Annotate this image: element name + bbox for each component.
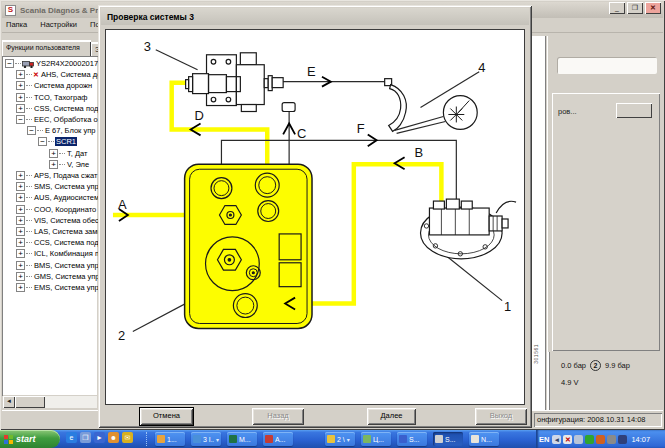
system-tree: −YS2R4X20002017016+✕AHS, Система доп+Сис… xyxy=(2,56,98,396)
collapse-minus-icon[interactable]: − xyxy=(16,115,25,124)
component-3-valve xyxy=(186,53,295,112)
hide-icons-chevron-icon[interactable]: ◂ xyxy=(552,435,561,444)
expand-plus-icon[interactable]: + xyxy=(49,149,58,158)
taskbar-task[interactable]: S... xyxy=(397,432,427,446)
messenger-icon[interactable]: ☻ xyxy=(108,432,119,443)
tree-item[interactable]: +CCS, Система под xyxy=(16,237,98,248)
tree-item[interactable]: +SMS, Система упр xyxy=(16,181,98,192)
tree-connector xyxy=(26,108,32,109)
collapse-minus-icon[interactable]: − xyxy=(38,137,47,146)
expand-plus-icon[interactable]: + xyxy=(16,171,25,180)
taskbar-task[interactable]: A... xyxy=(263,432,293,446)
tree-connector xyxy=(26,231,32,232)
menu-item[interactable]: Настройки xyxy=(40,20,77,31)
expand-plus-icon[interactable]: + xyxy=(16,205,25,214)
tree-item[interactable]: −YS2R4X20002017016 xyxy=(5,58,98,69)
antivirus-icon[interactable] xyxy=(585,435,594,444)
tree-item[interactable]: −EEC, Обработка о xyxy=(16,114,98,125)
expand-plus-icon[interactable]: + xyxy=(16,261,25,270)
tree-item-label: AHS, Система доп xyxy=(40,70,98,79)
expand-plus-icon[interactable]: + xyxy=(16,272,25,281)
cancel-button[interactable]: Отмена xyxy=(140,408,193,425)
taskbar-task[interactable]: 3 I...▾ xyxy=(191,432,221,446)
expand-plus-icon[interactable]: + xyxy=(49,160,58,169)
tree-item[interactable]: +APS, Подача сжат xyxy=(16,170,98,181)
expand-plus-icon[interactable]: + xyxy=(16,216,25,225)
tree-item[interactable]: +AUS, Аудиосистем xyxy=(16,192,98,203)
show-desktop-icon[interactable]: ❐ xyxy=(80,432,91,443)
tree-horizontal-scrollbar[interactable]: ◄ xyxy=(3,396,97,408)
taskbar-task[interactable]: N... xyxy=(469,432,499,446)
tree-item[interactable]: +GMS, Система упр xyxy=(16,271,98,282)
scroll-left-arrow-icon[interactable]: ◄ xyxy=(3,396,15,408)
back-button: Назад xyxy=(252,408,304,425)
scrollbar-thumb[interactable] xyxy=(15,396,45,408)
tree-item[interactable]: +COO, Координато xyxy=(16,204,97,215)
taskbar-task[interactable]: Ц... xyxy=(361,432,391,446)
vci-status-icon[interactable] xyxy=(596,435,605,444)
windows-flag-icon xyxy=(4,435,13,444)
tab-user-functions[interactable]: Функции пользователя xyxy=(2,40,91,56)
tree-item[interactable]: −E 67, Блок упр xyxy=(27,125,96,136)
expand-plus-icon[interactable]: + xyxy=(16,193,25,202)
expand-plus-icon[interactable]: + xyxy=(16,81,25,90)
tree-item-label: T, Дат xyxy=(66,149,88,158)
battery-icon[interactable] xyxy=(618,435,627,444)
configuration-status: онфигурация: 2008.10.31 14:08 xyxy=(534,413,662,427)
collapse-minus-icon[interactable]: − xyxy=(5,59,14,68)
taskbar-task[interactable]: M... xyxy=(227,432,257,446)
language-indicator[interactable]: EN xyxy=(539,435,549,444)
voltage-reading: 4.9 V xyxy=(561,378,579,387)
expand-plus-icon[interactable]: + xyxy=(16,104,25,113)
tree-item[interactable]: +EMS, Система упр xyxy=(16,282,98,293)
tree-connector xyxy=(48,141,54,142)
tree-item[interactable]: +Система дорожн xyxy=(16,80,93,91)
taskbar-divider xyxy=(146,432,149,446)
tree-item[interactable]: +✕AHS, Система доп xyxy=(16,69,98,80)
right-panel-button[interactable] xyxy=(616,103,652,118)
tree-item[interactable]: +V, Эле xyxy=(49,159,90,170)
expand-plus-icon[interactable]: + xyxy=(16,249,25,258)
dialog-titlebar[interactable]: Проверка системы 3 xyxy=(101,8,529,25)
tree-connector xyxy=(26,287,32,288)
tree-item[interactable]: +LAS, Система замк xyxy=(16,226,98,237)
tree-item-label: V, Эле xyxy=(66,160,90,169)
taskbar-clock: 14:07 xyxy=(631,435,650,444)
tree-item[interactable]: +VIS, Система обес xyxy=(16,215,98,226)
tree-item[interactable]: +T, Дат xyxy=(49,148,88,159)
collapse-minus-icon[interactable]: − xyxy=(27,126,36,135)
tree-item[interactable]: −SCR1 xyxy=(38,136,77,147)
next-button[interactable]: Далее xyxy=(367,408,416,425)
task-icon xyxy=(157,435,165,443)
internet-explorer-icon[interactable]: e xyxy=(66,432,77,443)
expand-plus-icon[interactable]: + xyxy=(16,238,25,247)
taskbar-task[interactable]: S... xyxy=(433,432,463,446)
expand-plus-icon[interactable]: + xyxy=(16,70,25,79)
tree-item[interactable]: +BMS, Система упр xyxy=(16,260,98,271)
expand-plus-icon[interactable]: + xyxy=(16,182,25,191)
task-icon xyxy=(399,435,407,443)
media-player-icon[interactable]: ► xyxy=(94,432,105,443)
close-button[interactable]: ✕ xyxy=(645,2,661,14)
volume-icon[interactable] xyxy=(607,435,616,444)
expand-plus-icon[interactable]: + xyxy=(16,93,25,102)
restore-button[interactable]: ❐ xyxy=(627,2,643,14)
pressure-low: 0.0 бар xyxy=(561,361,586,370)
device-error-icon[interactable]: ✕ xyxy=(563,435,572,444)
taskbar-task[interactable]: 1... xyxy=(155,432,185,446)
mail-icon[interactable]: ✉ xyxy=(122,432,133,443)
tree-item[interactable]: +CSS, Система под xyxy=(16,103,98,114)
taskbar-task[interactable]: 2 \▾ xyxy=(325,432,355,446)
tree-item[interactable]: +TCO, Тахограф xyxy=(16,92,89,103)
expand-plus-icon[interactable]: + xyxy=(16,283,25,292)
label-1: 1 xyxy=(504,299,511,314)
menu-item[interactable]: Папка xyxy=(6,20,27,31)
expand-plus-icon[interactable]: + xyxy=(16,227,25,236)
tree-connector xyxy=(26,265,32,266)
tree-item-label: E 67, Блок упр xyxy=(44,126,96,135)
tree-connector xyxy=(26,175,32,176)
start-button[interactable]: start xyxy=(0,430,60,448)
minimize-button[interactable]: _ xyxy=(609,2,625,14)
card-reader-icon[interactable] xyxy=(574,435,583,444)
tree-item[interactable]: +ICL, Комбинация п xyxy=(16,248,98,259)
